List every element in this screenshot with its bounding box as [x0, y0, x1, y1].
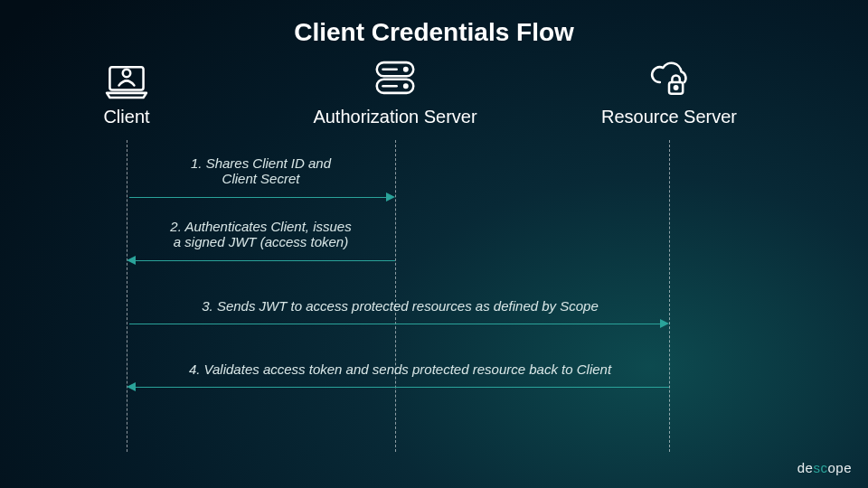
- actor-res: Resource Server: [579, 56, 760, 127]
- brand-logo: descope: [797, 460, 852, 475]
- svg-point-5: [404, 85, 407, 88]
- actor-res-label: Resource Server: [579, 107, 760, 127]
- msg-3-arrow: [129, 324, 663, 324]
- actor-auth-label: Authorization Server: [305, 107, 486, 127]
- svg-point-9: [675, 86, 677, 89]
- actor-auth: Authorization Server: [305, 56, 486, 127]
- msg-2-label: 2. Authenticates Client, issues a signed…: [131, 219, 391, 249]
- msg-4-label: 4. Validates access token and sends prot…: [131, 361, 669, 377]
- cloud-lock-icon: [645, 56, 693, 99]
- brand-post: ope: [827, 460, 852, 475]
- svg-point-4: [404, 68, 407, 70]
- brand-pre: de: [797, 460, 814, 475]
- brand-accent: sc: [813, 460, 827, 475]
- msg-3-label: 3. Sends JWT to access protected resourc…: [131, 298, 669, 314]
- msg-2-arrowhead: [127, 256, 136, 265]
- lifeline-client: [127, 140, 127, 452]
- msg-2-arrow: [136, 260, 395, 261]
- lifeline-auth: [395, 140, 396, 452]
- server-icon: [371, 56, 420, 99]
- client-laptop-icon: [102, 56, 151, 99]
- msg-1-label: 1. Shares Client ID and Client Secret: [131, 155, 391, 186]
- msg-4-arrowhead: [127, 382, 136, 391]
- svg-point-1: [123, 70, 130, 77]
- msg-4-arrow: [136, 387, 669, 388]
- msg-3-arrowhead: [660, 319, 669, 328]
- lifeline-res: [669, 140, 670, 452]
- actor-client-label: Client: [36, 107, 217, 127]
- msg-1-arrow: [129, 197, 389, 198]
- diagram-title: Client Credentials Flow: [0, 0, 868, 47]
- actor-client: Client: [36, 56, 217, 127]
- msg-1-arrowhead: [386, 192, 395, 202]
